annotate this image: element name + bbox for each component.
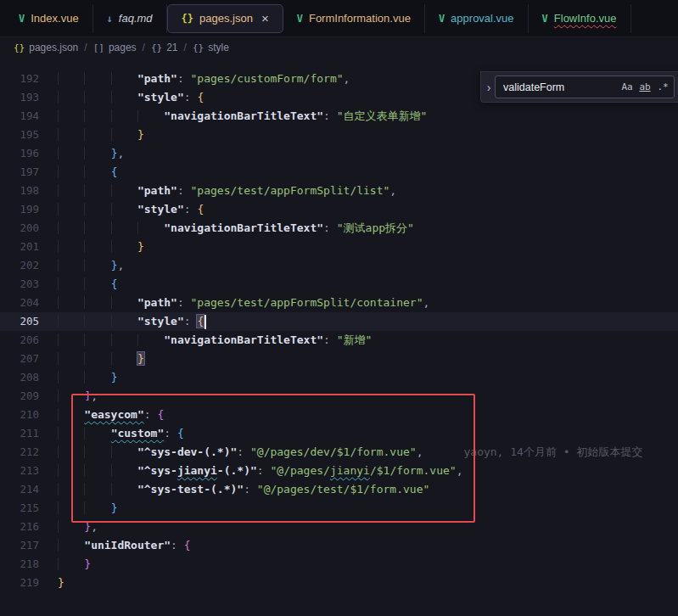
code-line-196[interactable]: 196 }, [0,144,678,163]
symbol-object-icon: {} [193,42,204,53]
code-area: 192 "path": "pages/customForm/form",193 … [0,70,678,592]
code-line-content: }, [39,518,98,536]
line-number: 215 [0,499,39,518]
code-line-content: "navigationBarTitleText": "测试app拆分" [39,219,414,238]
regex-toggle[interactable]: .* [654,79,671,96]
line-number: 216 [0,518,39,536]
tab-label: FlowInfo.vue [554,12,617,25]
line-number: 197 [0,163,39,182]
line-number: 201 [0,238,39,256]
tab-FlowInfo.vue[interactable]: VFlowInfo.vue [529,4,631,33]
breadcrumb-separator: / [184,42,187,53]
code-line-content: }, [39,144,124,163]
line-number: 213 [0,462,39,480]
code-line-199[interactable]: 199 "style": { [0,200,678,219]
code-line-202[interactable]: 202 }, [0,256,678,275]
code-line-212[interactable]: 212 "^sys-dev-(.*)": "@/pages/dev/$1/for… [0,443,678,462]
breadcrumb-label: 21 [166,42,177,53]
code-line-204[interactable]: 204 "path": "pages/test/appFormSplit/con… [0,294,678,312]
tab-faq.md[interactable]: ↓faq.md [93,4,167,33]
json-file-icon: {} [182,13,193,25]
line-number: 200 [0,219,39,238]
line-number: 209 [0,387,39,406]
line-number: 194 [0,107,39,126]
code-line-206[interactable]: 206 "navigationBarTitleText": "新增" [0,331,678,350]
breadcrumb-item-21[interactable]: {}21 [151,42,178,53]
tab-label: pages.json [199,12,253,25]
whole-word-toggle[interactable]: ab [636,79,653,96]
line-number: 217 [0,536,39,555]
breadcrumb-item-pages.json[interactable]: {}pages.json [14,42,78,53]
tab-FormInformation.vue[interactable]: VFormInformation.vue [283,4,425,33]
code-line-content: "path": "pages/test/appFormSplit/contain… [39,294,429,312]
tab-approval.vue[interactable]: Vapproval.vue [425,4,529,33]
code-line-195[interactable]: 195 } [0,126,678,144]
code-line-219[interactable]: 219} [0,574,678,592]
line-number: 193 [0,88,39,107]
code-line-217[interactable]: 217 "uniIdRouter": { [0,536,678,555]
tab-label: faq.md [119,12,153,25]
code-line-content: "custom": { [39,424,184,443]
code-line-197[interactable]: 197 { [0,163,678,182]
line-number: 196 [0,144,39,163]
line-number: 203 [0,275,39,294]
code-line-content: "^sys-dev-(.*)": "@/pages/dev/$1/form.vu… [39,443,642,462]
code-line-201[interactable]: 201 } [0,238,678,256]
code-line-content: }, [39,256,124,275]
breadcrumb-item-style[interactable]: {}style [193,42,229,53]
breadcrumb-label: pages.json [29,42,78,53]
code-line-content: "uniIdRouter": { [39,536,191,555]
code-line-209[interactable]: 209 ], [0,387,678,406]
code-line-content: "^sys-jianyi-(.*)": "@/pages/jianyi/$1/f… [39,462,462,480]
code-line-203[interactable]: 203 { [0,275,678,294]
text-cursor [205,315,206,329]
code-line-content: } [39,368,117,387]
line-number: 212 [0,443,39,462]
json-file-icon: {} [14,42,25,53]
vue-file-icon: V [439,13,445,25]
code-line-200[interactable]: 200 "navigationBarTitleText": "测试app拆分" [0,219,678,238]
code-line-content: } [39,574,64,592]
code-line-214[interactable]: 214 "^sys-test-(.*)": "@/pages/test/$1/f… [0,480,678,499]
code-line-205[interactable]: 205 "style": { [0,312,678,331]
close-tab-icon[interactable]: × [261,12,269,25]
tab-label: approval.vue [451,12,513,25]
code-line-content: "navigationBarTitleText": "自定义表单新增" [39,107,427,126]
line-number: 204 [0,294,39,312]
match-case-toggle[interactable]: Aa [619,79,636,96]
tab-pages.json[interactable]: {}pages.json× [167,4,283,33]
code-line-208[interactable]: 208 } [0,368,678,387]
code-line-218[interactable]: 218 } [0,555,678,574]
code-line-198[interactable]: 198 "path": "pages/test/appFormSplit/lis… [0,182,678,200]
code-line-213[interactable]: 213 "^sys-jianyi-(.*)": "@/pages/jianyi/… [0,462,678,480]
symbol-object-icon: {} [151,42,162,53]
code-line-content: "^sys-test-(.*)": "@/pages/test/$1/form.… [39,480,429,499]
breadcrumb-item-pages[interactable]: []pages [93,42,137,53]
breadcrumb-separator: / [84,42,87,53]
editor: 192 "path": "pages/customForm/form",193 … [0,58,678,616]
find-widget: › validateForm Aaab.* [480,71,678,103]
find-input-value: validateForm [503,81,618,93]
line-number: 205 [0,312,39,331]
code-line-content: "path": "pages/customForm/form", [39,70,350,88]
find-toggle-replace-chevron-icon[interactable]: › [483,81,495,94]
find-input[interactable]: validateForm Aaab.* [495,76,675,98]
code-line-content: "path": "pages/test/appFormSplit/list", [39,182,396,200]
code-line-211[interactable]: 211 "custom": { [0,424,678,443]
vscode-window: VIndex.vue↓faq.md{}pages.json×VFormInfor… [0,0,678,616]
tab-Index.vue[interactable]: VIndex.vue [5,4,93,33]
line-number: 211 [0,424,39,443]
code-line-content: } [39,350,144,368]
code-line-content: } [39,499,117,518]
code-line-215[interactable]: 215 } [0,499,678,518]
code-line-216[interactable]: 216 }, [0,518,678,536]
breadcrumb-separator: / [143,42,145,53]
vue-file-icon: V [19,13,25,25]
code-line-210[interactable]: 210 "easycom": { [0,406,678,424]
markdown-file-icon: ↓ [107,13,113,25]
git-blame-annotation: yaoyn, 14个月前 • 初始版本提交 [463,445,642,458]
code-line-content: } [39,238,144,256]
code-line-194[interactable]: 194 "navigationBarTitleText": "自定义表单新增" [0,107,678,126]
line-number: 198 [0,182,39,200]
code-line-207[interactable]: 207 } [0,350,678,368]
